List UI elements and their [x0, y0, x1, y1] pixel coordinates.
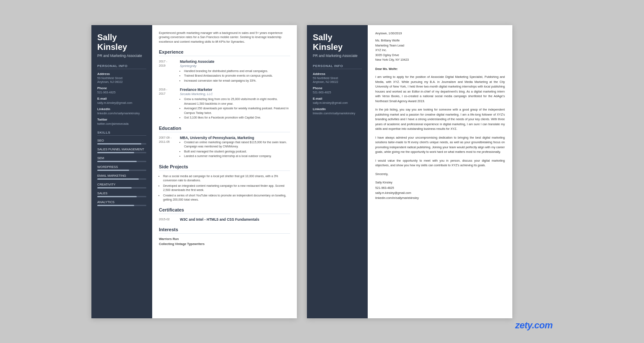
interests-heading: Interests — [159, 227, 290, 234]
exp-dates: 2017 -2019 — [159, 59, 177, 84]
bullet: Grew a marketing blog from zero to 25,00… — [184, 97, 290, 106]
skill-bar-bg — [97, 205, 146, 206]
page-wrapper: Sally Kinsley PR and Marketing Associate… — [91, 25, 553, 318]
phone-label: Phone — [97, 86, 146, 90]
resume-name: Sally Kinsley — [97, 33, 146, 52]
bullet: Averaged 250 downloads per episode for w… — [184, 106, 290, 115]
resume-sidebar: Sally Kinsley PR and Marketing Associate… — [91, 25, 152, 318]
experience-item: 2016 -2017 Freelance Marketer Secada Mar… — [159, 88, 290, 121]
cl-sig-email: sally.m.kinsley@gmail.com — [375, 191, 505, 196]
bullet: Increased conversion rate for email camp… — [184, 79, 290, 83]
experience-heading: Experience — [159, 49, 290, 56]
cl-recipient-title: Marketing Team Lead — [375, 43, 505, 48]
skill-name: SEM — [97, 156, 146, 160]
cert-title: W3C and Intel - HTML5 and CSS Fundamenta… — [180, 217, 290, 222]
address-label: Address — [97, 72, 146, 76]
bullet: Trained Brand Ambassadors to promote eve… — [184, 74, 290, 78]
resume-document: Sally Kinsley PR and Marketing Associate… — [91, 25, 297, 318]
cl-sig-name: Sally Kinsley — [375, 180, 505, 185]
skills-heading: Skills — [97, 131, 146, 136]
zety-logo-text: zety.com — [515, 320, 553, 330]
bullet: Landed a summer marketing internship at … — [184, 154, 290, 159]
certificates-heading: Certificates — [159, 207, 290, 214]
exp-title: Freelance Marketer — [180, 88, 290, 92]
skill-name: CREATIVITY — [97, 183, 146, 186]
side-projects-heading: Side Projects — [159, 164, 290, 171]
skill-item: SEM — [97, 156, 146, 162]
cert-details: W3C and Intel - HTML5 and CSS Fundamenta… — [180, 217, 290, 222]
cl-signature: Sally Kinsley 521-963-4825 sally.m.kinsl… — [375, 180, 505, 201]
skill-bar-bg — [97, 178, 146, 180]
skill-bar-bg — [97, 161, 146, 162]
bullet: Created an online marketing campaign tha… — [184, 140, 290, 149]
cover-letter-document: Sally Kinsley PR and Marketing Associate… — [307, 25, 512, 318]
skill-bar-bg — [97, 152, 146, 153]
email-label: E-mail — [97, 97, 146, 101]
side-project-item: Developed an integrated content marketin… — [163, 184, 290, 193]
skill-bar-fill — [97, 143, 141, 144]
skill-name: WORDPRESS — [97, 165, 146, 169]
skill-item: EMAIL MARKETING — [97, 174, 146, 180]
cl-paragraphs: I am writing to apply for the position o… — [375, 75, 505, 168]
edu-title: MBA, University of Pennsylvania, Marketi… — [180, 136, 290, 140]
twitter-value: twitter.com/jaimesecada — [97, 122, 146, 126]
cl-city-state: New York City, NY 10423 — [375, 57, 505, 62]
personal-info-heading: Personal Info — [97, 64, 146, 69]
twitter-label: Twitter — [97, 118, 146, 121]
skill-item: SALES — [97, 191, 146, 197]
skill-bar-fill — [97, 170, 129, 171]
exp-dates: 2016 -2017 — [159, 88, 177, 121]
cl-address-label: Address — [313, 72, 362, 76]
bullet: Got 3,100 likes for a Facebook promotion… — [184, 116, 290, 120]
skill-bar-bg — [97, 187, 146, 188]
cl-address-value: 59 Northfield StreetAnytown, NJ 06022 — [313, 76, 362, 84]
resume-summary: Experienced growth marketing manager wit… — [159, 31, 290, 44]
skill-bar-fill — [97, 196, 137, 197]
cl-company: XYZ Inc. — [375, 48, 505, 53]
skill-bar-bg — [97, 170, 146, 171]
linkedin-value: linkedin.com/in/sallymariekinsley — [97, 111, 146, 115]
skill-name: SEO — [97, 139, 146, 142]
interests-list: Warriors RunCollecting Vintage Typewrite… — [159, 237, 290, 246]
skill-bar-bg — [97, 143, 146, 144]
address-value: 59 Northfield StreetAnytown, NJ 06022 — [97, 76, 146, 84]
skill-name: SALES FUNNEL MANAGEMENT — [97, 147, 146, 151]
cl-linkedin-value: linkedin.com/in/sallymariekinsley — [313, 111, 362, 115]
cl-date: Anytown, 1/30/2019 — [375, 31, 505, 36]
cl-closing: Sincerely, — [375, 172, 505, 177]
education-list: 2007-09 -2011-05 MBA, University of Penn… — [159, 136, 290, 159]
skill-bar-fill — [97, 152, 134, 153]
resume-main: Experienced growth marketing manager wit… — [152, 25, 297, 318]
cl-paragraph: I have always admired your uncompromisin… — [375, 135, 505, 155]
cl-address: 3035 Ogilvy Drive — [375, 53, 505, 58]
skill-item: ANALYTICS — [97, 200, 146, 206]
skill-bar-fill — [97, 178, 139, 180]
skill-item: CREATIVITY — [97, 183, 146, 188]
skill-bar-fill — [97, 205, 134, 206]
cert-dates: 2015-02 — [159, 217, 177, 222]
skill-bar-fill — [97, 187, 132, 188]
experience-list: 2017 -2019 Marketing Associate Sprintegn… — [159, 59, 290, 121]
edu-details: MBA, University of Pennsylvania, Marketi… — [180, 136, 290, 159]
cl-email-value: sally.m.kinsley@gmail.com — [313, 101, 362, 105]
cl-header: Anytown, 1/30/2019 Ms. Brittany Wolfe Ma… — [375, 31, 505, 62]
cl-paragraph: I would value the opportunity to meet wi… — [375, 158, 505, 168]
side-project-item: Created a series of short YouTube videos… — [163, 193, 290, 202]
certificate-item: 2015-02 W3C and Intel - HTML5 and CSS Fu… — [159, 217, 290, 222]
email-value: sally.m.kinsley@gmail.com — [97, 101, 146, 105]
exp-bullets: Handled branding for distributed platfor… — [180, 69, 290, 83]
cl-paragraph: In the job listing, you say you are look… — [375, 107, 505, 132]
phone-value: 521-963-4825 — [97, 90, 146, 94]
skill-item: WORDPRESS — [97, 165, 146, 171]
cl-email-label: E-mail — [313, 97, 362, 101]
exp-details: Marketing Associate Sprintegnity Handled… — [180, 59, 290, 84]
exp-title: Marketing Associate — [180, 59, 290, 64]
skill-item: SEO — [97, 139, 146, 144]
edu-bullets: Created an online marketing campaign tha… — [180, 140, 290, 159]
bullet: Handled branding for distributed platfor… — [184, 69, 290, 74]
edu-dates: 2007-09 -2011-05 — [159, 136, 177, 159]
education-heading: Education — [159, 126, 290, 132]
side-project-item: Ran a social media ad campaign for a loc… — [163, 174, 290, 183]
exp-bullets: Grew a marketing blog from zero to 25,00… — [180, 97, 290, 120]
cl-title: PR and Marketing Associate — [313, 54, 362, 58]
